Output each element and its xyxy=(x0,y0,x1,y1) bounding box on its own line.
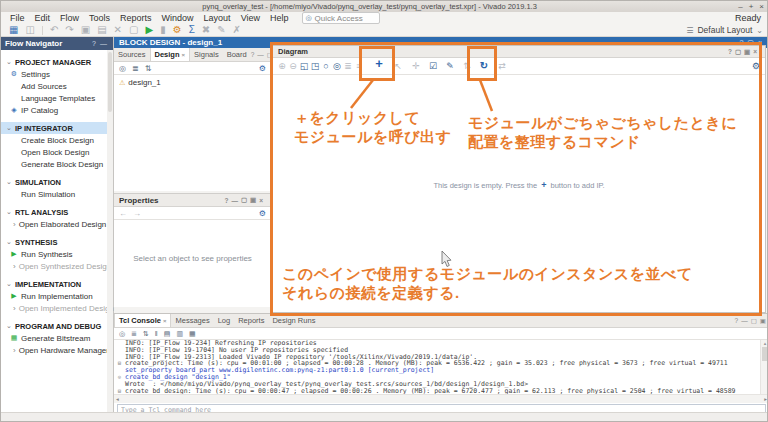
help-icon[interactable]: ? xyxy=(728,48,732,55)
flow-navigator-scrollbar[interactable] xyxy=(107,50,113,412)
maximize-icon[interactable]: ▢ xyxy=(751,317,757,325)
menu-file[interactable]: File xyxy=(5,13,30,23)
section-project-manager[interactable]: ⌄ PROJECT MANAGER xyxy=(1,56,113,68)
regenerate-layout-button[interactable]: ↻ xyxy=(477,59,491,73)
collapse-all-icon[interactable]: ⇅ xyxy=(145,64,152,73)
menu-reports[interactable]: Reports xyxy=(115,13,157,23)
stop-icon[interactable]: ▮ xyxy=(160,24,166,36)
nav-item-language-templates[interactable]: Language Templates xyxy=(1,92,113,104)
section-synthesis[interactable]: ⌄ SYNTHESIS xyxy=(1,236,113,248)
copy-icon[interactable]: ▤ xyxy=(164,330,171,338)
tab-board[interactable]: Board xyxy=(223,48,251,61)
copy-icon[interactable]: ▣ xyxy=(81,24,90,36)
window-close-button[interactable]: × xyxy=(759,2,764,11)
misc-icon[interactable]: ✗ xyxy=(233,24,241,36)
tab-reports[interactable]: Reports xyxy=(234,314,268,327)
tab-tcl-console[interactable]: Tcl Console × xyxy=(114,314,171,327)
gear-icon[interactable]: ⚙ xyxy=(259,209,266,218)
minimize-icon[interactable]: — xyxy=(231,197,238,204)
collapse-icon[interactable]: ⊟ xyxy=(114,388,125,394)
pause-icon[interactable]: ‖ xyxy=(155,330,158,337)
close-icon[interactable]: × xyxy=(753,48,757,55)
help-icon[interactable]: ? xyxy=(90,40,98,47)
gear-icon[interactable]: ⚙ xyxy=(259,64,266,73)
tab-design[interactable]: Design × xyxy=(150,48,191,61)
scroll-right-icon[interactable]: ▸ xyxy=(764,396,767,402)
section-ip-integrator[interactable]: ⌄ IP INTEGRATOR xyxy=(1,122,113,134)
expand-hierarchy-icon[interactable]: ≡ xyxy=(352,59,366,73)
make-external-icon[interactable]: ✎ xyxy=(443,59,457,73)
close-icon[interactable]: × xyxy=(163,318,167,324)
interface-visibility-icon[interactable]: ⇅ xyxy=(460,59,474,73)
minimize-icon[interactable]: — xyxy=(741,317,748,324)
menu-help[interactable]: Help xyxy=(265,13,294,23)
validate-design-icon[interactable]: ☑ xyxy=(426,59,440,73)
pencil-icon[interactable]: ✎ xyxy=(217,24,225,36)
menu-window[interactable]: Window xyxy=(157,13,199,23)
maximize-icon[interactable]: ▢ xyxy=(735,48,741,56)
forward-arrow-icon[interactable]: → xyxy=(133,209,141,218)
nav-item-run-simulation[interactable]: Run Simulation xyxy=(1,188,113,200)
design-tree-item[interactable]: ⚠ design_1 xyxy=(114,75,271,90)
nav-item-run-implementation[interactable]: ▶ Run Implementation xyxy=(1,290,113,302)
diagram-canvas[interactable]: This design is empty. Press the + button… xyxy=(273,75,765,312)
nav-item-open-synthesized-design[interactable]: › Open Synthesized Design xyxy=(1,260,113,272)
gear-icon[interactable]: ⚙ xyxy=(749,59,763,73)
quick-access-search[interactable]: ◎ Quick Access xyxy=(302,12,380,24)
collapse-icon[interactable]: ⊟ xyxy=(114,360,125,367)
layout-selector[interactable]: ☰ Default Layout ⌄ xyxy=(686,25,763,35)
nav-item-open-elaborated-design[interactable]: › Open Elaborated Design xyxy=(1,218,113,230)
paste-icon[interactable]: ▤ xyxy=(97,24,106,36)
nav-item-open-block-design[interactable]: Open Block Design xyxy=(1,146,113,158)
sigma-icon[interactable]: Σ xyxy=(189,24,195,36)
nav-item-open-hardware-manager[interactable]: › Open Hardware Manager xyxy=(1,344,113,356)
float-icon[interactable]: ▣ xyxy=(760,317,766,325)
cancel-icon[interactable]: ✖ xyxy=(202,24,210,36)
open-project-icon[interactable]: ▦ xyxy=(9,24,18,36)
menu-tools[interactable]: Tools xyxy=(84,13,115,23)
tab-signals[interactable]: Signals xyxy=(190,48,223,61)
pointer-icon[interactable]: ↖ xyxy=(391,59,405,73)
window-maximize-button[interactable]: + xyxy=(749,2,754,11)
section-program-and-debug[interactable]: ⌄ PROGRAM AND DEBUG xyxy=(1,320,113,332)
restore-icon[interactable]: ▢ xyxy=(129,24,138,36)
menu-layout[interactable]: Layout xyxy=(199,13,236,23)
redo-icon[interactable]: ↷ xyxy=(65,24,73,36)
clear-icon[interactable]: ▥ xyxy=(176,330,183,338)
menu-edit[interactable]: Edit xyxy=(30,13,56,23)
search-icon[interactable]: ◎ xyxy=(119,64,126,73)
menu-view[interactable]: View xyxy=(236,13,265,23)
collapse-all-icon[interactable]: ⇅ xyxy=(143,330,149,338)
minimize-icon[interactable]: — xyxy=(98,40,109,47)
tab-design-runs[interactable]: Design Runs xyxy=(268,314,319,327)
tab-log[interactable]: Log xyxy=(214,314,235,327)
close-icon[interactable]: × xyxy=(259,197,263,204)
search-icon[interactable]: ◎ xyxy=(119,330,125,338)
nav-item-run-synthesis[interactable]: ▶ Run Synthesis xyxy=(1,248,113,260)
nav-item-generate-block-design[interactable]: Generate Block Design xyxy=(1,158,113,170)
help-icon[interactable]: ? xyxy=(251,51,255,58)
section-simulation[interactable]: ⌄ SIMULATION xyxy=(1,176,113,188)
run-icon[interactable]: ▶ xyxy=(145,24,153,36)
maximize-icon[interactable]: ▢ xyxy=(241,196,247,204)
section-implementation[interactable]: ⌄ IMPLEMENTATION xyxy=(1,278,113,290)
tab-sources[interactable]: Sources xyxy=(114,48,150,61)
add-ip-button[interactable]: + xyxy=(372,57,386,71)
customize-icon[interactable]: ✛ xyxy=(409,59,423,73)
console-output[interactable]: INFO: [IP_Flow 19-234] Refreshing IP rep… xyxy=(114,340,768,394)
menu-flow[interactable]: Flow xyxy=(55,13,84,23)
nav-item-create-block-design[interactable]: Create Block Design xyxy=(1,134,113,146)
nav-item-generate-bitstream[interactable]: ▦ Generate Bitstream xyxy=(1,332,113,344)
expand-all-icon[interactable]: ≣ xyxy=(131,330,137,338)
collapse-all-icon[interactable]: ⇄ xyxy=(495,59,509,73)
undo-icon[interactable]: ↶ xyxy=(50,24,58,36)
nav-item-ip-catalog[interactable]: ◈ IP Catalog xyxy=(1,104,113,116)
scroll-left-icon[interactable]: ◂ xyxy=(116,396,119,402)
nav-item-settings[interactable]: ⚙ Settings xyxy=(1,68,113,80)
help-icon[interactable]: ? xyxy=(735,317,739,324)
console-horizontal-scrollbar[interactable]: ◂ ▸ xyxy=(114,394,768,403)
float-icon[interactable]: ▣ xyxy=(744,48,750,56)
section-rtl-analysis[interactable]: ⌄ RTL ANALYSIS xyxy=(1,206,113,218)
expand-all-icon[interactable]: ≣ xyxy=(132,64,139,73)
minimize-icon[interactable]: — xyxy=(257,51,264,58)
